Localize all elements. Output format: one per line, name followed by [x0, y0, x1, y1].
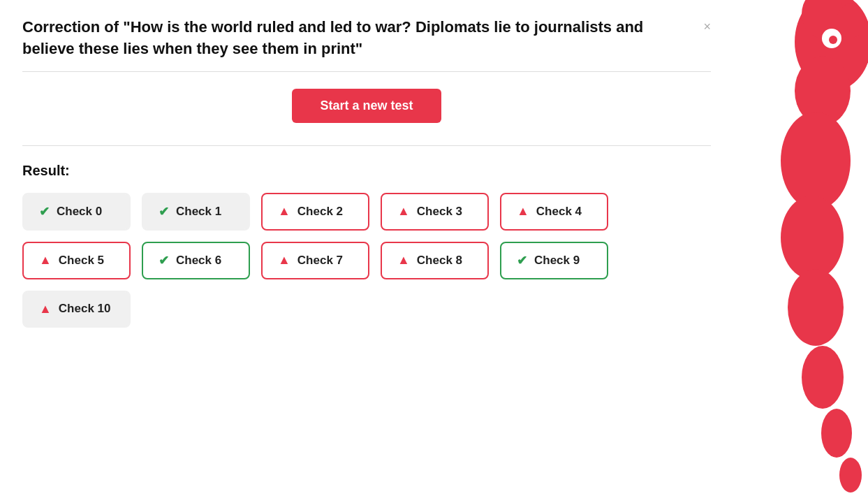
page-title: Correction of "How is the world ruled an…: [22, 17, 693, 60]
svg-point-3: [795, 56, 851, 126]
check-10-label: Check 10: [59, 302, 111, 316]
checks-row-1: ✔ Check 0 ✔ Check 1 ▲ Check 2 ▲ Check 3 …: [22, 193, 711, 231]
svg-point-8: [821, 409, 852, 458]
header-divider: [22, 71, 711, 72]
seahorse-decoration: [714, 0, 868, 503]
warning-icon: ▲: [39, 302, 52, 316]
button-section: Start a new test: [22, 89, 711, 123]
check-8-label: Check 8: [417, 254, 462, 268]
svg-point-1: [802, 0, 844, 38]
check-9-label: Check 9: [534, 254, 580, 268]
svg-point-4: [781, 112, 851, 210]
svg-point-9: [839, 458, 862, 493]
checkmark-icon: ✔: [39, 204, 50, 219]
check-10[interactable]: ▲ Check 10: [22, 291, 131, 328]
svg-point-5: [781, 196, 844, 279]
checks-row-2: ▲ Check 5 ✔ Check 6 ▲ Check 7 ▲ Check 8 …: [22, 242, 711, 279]
check-2[interactable]: ▲ Check 2: [261, 193, 369, 231]
check-2-label: Check 2: [297, 205, 343, 219]
warning-icon: ▲: [397, 253, 410, 268]
check-5[interactable]: ▲ Check 5: [22, 242, 131, 279]
svg-point-2: [837, 3, 865, 38]
svg-point-11: [829, 36, 837, 44]
svg-point-0: [795, 0, 868, 91]
check-3[interactable]: ▲ Check 3: [381, 193, 489, 231]
checkmark-icon: ✔: [159, 253, 169, 268]
warning-icon: ▲: [397, 204, 410, 219]
checkmark-icon: ✔: [159, 204, 169, 219]
result-divider: [22, 145, 711, 146]
header-section: Correction of "How is the world ruled an…: [22, 17, 711, 60]
warning-icon: ▲: [278, 204, 290, 219]
check-4-label: Check 4: [536, 205, 582, 219]
check-1-label: Check 1: [176, 205, 221, 219]
main-container: Correction of "How is the world ruled an…: [0, 0, 733, 344]
check-7-label: Check 7: [297, 254, 343, 268]
check-7[interactable]: ▲ Check 7: [261, 242, 369, 279]
check-6[interactable]: ✔ Check 6: [142, 242, 250, 279]
result-label: Result:: [22, 163, 711, 179]
close-icon[interactable]: ×: [703, 20, 711, 34]
check-8[interactable]: ▲ Check 8: [381, 242, 489, 279]
warning-icon: ▲: [517, 204, 529, 219]
check-9[interactable]: ✔ Check 9: [500, 242, 608, 279]
svg-point-6: [788, 269, 844, 346]
svg-point-10: [822, 29, 841, 48]
check-4[interactable]: ▲ Check 4: [500, 193, 608, 231]
check-6-label: Check 6: [176, 254, 221, 268]
check-0-label: Check 0: [57, 205, 102, 219]
checks-grid: ✔ Check 0 ✔ Check 1 ▲ Check 2 ▲ Check 3 …: [22, 193, 711, 328]
start-new-test-button[interactable]: Start a new test: [292, 89, 441, 123]
check-0[interactable]: ✔ Check 0: [22, 193, 131, 231]
check-3-label: Check 3: [417, 205, 462, 219]
warning-icon: ▲: [278, 253, 290, 268]
check-1[interactable]: ✔ Check 1: [142, 193, 250, 231]
warning-icon: ▲: [39, 253, 52, 268]
svg-point-7: [802, 346, 844, 409]
checks-row-3: ▲ Check 10: [22, 291, 711, 328]
checkmark-icon: ✔: [517, 253, 527, 268]
check-5-label: Check 5: [59, 254, 104, 268]
